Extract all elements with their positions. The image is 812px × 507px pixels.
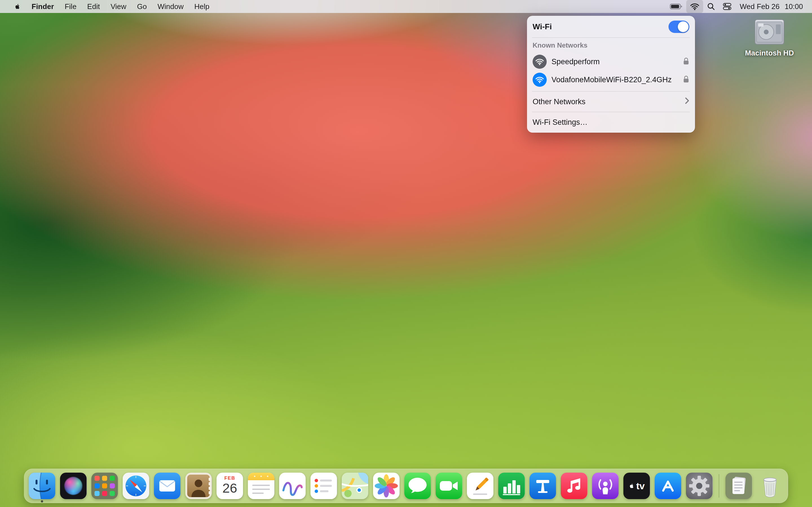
- dock: FEB 26: [24, 469, 788, 503]
- dock-item-numbers[interactable]: [498, 473, 525, 499]
- wifi-toggle-row: Wi-Fi: [527, 18, 695, 35]
- wifi-circle-icon-gray: [532, 55, 547, 69]
- dock-item-apple-tv[interactable]: tv: [623, 473, 650, 499]
- contacts-icon: [185, 473, 212, 499]
- hard-drive-icon: [752, 18, 786, 47]
- lock-icon: [683, 57, 689, 66]
- calendar-icon: FEB 26: [216, 473, 243, 499]
- dock-item-system-settings[interactable]: [686, 473, 712, 499]
- dock-item-freeform[interactable]: [279, 473, 306, 499]
- control-center-icon[interactable]: [719, 0, 735, 13]
- photos-icon: [373, 473, 400, 499]
- facetime-icon: [436, 473, 462, 499]
- dock-item-safari[interactable]: [123, 473, 149, 499]
- dock-item-mail[interactable]: [154, 473, 181, 499]
- dock-item-finder[interactable]: [29, 473, 55, 499]
- system-settings-icon: [686, 473, 712, 499]
- dock-item-podcasts[interactable]: [592, 473, 619, 499]
- wifi-menu-popover: Wi-Fi Known Networks Speedperform Vodafo…: [527, 16, 695, 133]
- wifi-icon[interactable]: [686, 0, 703, 13]
- spotlight-search-icon[interactable]: [703, 0, 719, 13]
- trash-icon: [757, 473, 783, 499]
- menu-file[interactable]: File: [59, 0, 82, 13]
- volume-label: Macintosh HD: [745, 49, 794, 57]
- wifi-circle-icon-blue: [532, 73, 547, 87]
- apple-menu[interactable]: [8, 0, 26, 13]
- dock-item-photos[interactable]: [373, 473, 400, 499]
- network-name: Speedperform: [552, 57, 678, 66]
- menu-bar-clock[interactable]: Wed Feb 26 10:00: [735, 2, 804, 11]
- freeform-icon: [279, 473, 306, 499]
- dock-item-contacts[interactable]: [185, 473, 212, 499]
- desktop-icon-macintosh-hd[interactable]: Macintosh HD: [737, 18, 802, 57]
- finder-icon: [29, 473, 55, 499]
- app-store-icon: [655, 473, 681, 499]
- menu-separator: [532, 112, 690, 112]
- toggle-knob: [678, 21, 689, 32]
- menu-window[interactable]: Window: [152, 0, 189, 13]
- other-networks-label: Other Networks: [532, 98, 586, 106]
- dock-item-facetime[interactable]: [436, 473, 462, 499]
- menu-bar-date: Wed Feb 26: [740, 2, 779, 11]
- network-name: VodafoneMobileWiFi-B220_2.4GHz: [552, 75, 678, 84]
- menu-bar-status-area: Wed Feb 26 10:00: [666, 0, 804, 13]
- dock-item-maps[interactable]: [342, 473, 368, 499]
- dock-item-pages[interactable]: [467, 473, 493, 499]
- running-indicator: [41, 500, 43, 503]
- downloads-stack-icon: [725, 473, 752, 499]
- apple-logo-icon: [14, 2, 21, 11]
- reminders-icon: [310, 473, 337, 499]
- siri-icon: [60, 473, 87, 499]
- maps-icon: [342, 473, 368, 499]
- dock-item-app-store[interactable]: [655, 473, 681, 499]
- menu-view[interactable]: View: [105, 0, 132, 13]
- apple-tv-icon: tv: [623, 473, 650, 499]
- dock-item-music[interactable]: [561, 473, 587, 499]
- network-row-vodafone[interactable]: VodafoneMobileWiFi-B220_2.4GHz: [527, 71, 695, 89]
- numbers-icon: [498, 473, 525, 499]
- pages-icon: [467, 473, 493, 499]
- launchpad-icon: [91, 473, 118, 499]
- lock-icon: [683, 75, 689, 84]
- menu-edit[interactable]: Edit: [82, 0, 105, 13]
- menu-help[interactable]: Help: [189, 0, 214, 13]
- messages-icon: [404, 473, 431, 499]
- tv-label: tv: [636, 481, 645, 492]
- menu-bar-time: 10:00: [784, 2, 803, 11]
- chevron-right-icon: [685, 97, 689, 106]
- dock-item-keynote[interactable]: [529, 473, 556, 499]
- menu-bar: Finder File Edit View Go Window Help Wed…: [0, 0, 812, 13]
- dock-item-reminders[interactable]: [310, 473, 337, 499]
- wifi-toggle[interactable]: [668, 20, 689, 33]
- dock-item-notes[interactable]: [248, 473, 274, 499]
- network-row-speedperform[interactable]: Speedperform: [527, 53, 695, 71]
- menu-go[interactable]: Go: [132, 0, 152, 13]
- podcasts-icon: [592, 473, 619, 499]
- app-menu-finder[interactable]: Finder: [26, 0, 59, 13]
- dock-item-trash[interactable]: [757, 473, 783, 499]
- keynote-icon: [529, 473, 556, 499]
- wifi-menu-title: Wi-Fi: [532, 22, 552, 31]
- other-networks-item[interactable]: Other Networks: [527, 94, 695, 109]
- dock-item-downloads[interactable]: [725, 473, 752, 499]
- menu-separator: [532, 38, 690, 38]
- dock-item-siri[interactable]: [60, 473, 87, 499]
- calendar-day: 26: [222, 480, 237, 496]
- mail-icon: [154, 473, 181, 499]
- battery-icon[interactable]: [666, 0, 686, 13]
- wifi-settings-item[interactable]: Wi-Fi Settings…: [527, 115, 695, 130]
- apple-logo-icon: [628, 482, 635, 490]
- menu-bar-left: Finder File Edit View Go Window Help: [8, 0, 215, 13]
- wifi-settings-label: Wi-Fi Settings…: [532, 118, 588, 127]
- safari-icon: [123, 473, 149, 499]
- notes-icon: [248, 473, 274, 499]
- music-icon: [561, 473, 587, 499]
- desktop-wallpaper: Finder File Edit View Go Window Help Wed…: [0, 0, 812, 507]
- menu-separator: [532, 91, 690, 92]
- dock-item-messages[interactable]: [404, 473, 431, 499]
- dock-divider: [719, 474, 719, 498]
- dock-item-calendar[interactable]: FEB 26: [216, 473, 243, 499]
- dock-item-launchpad[interactable]: [91, 473, 118, 499]
- known-networks-label: Known Networks: [527, 40, 695, 53]
